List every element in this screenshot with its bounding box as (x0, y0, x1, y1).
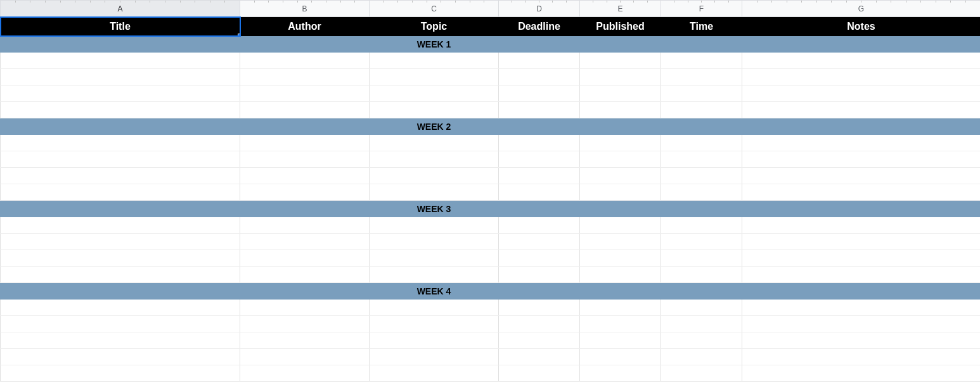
data-cell[interactable] (580, 365, 661, 382)
data-cell[interactable] (580, 69, 661, 85)
week-cell[interactable] (742, 201, 981, 217)
data-cell[interactable] (1, 217, 240, 234)
data-cell[interactable] (499, 300, 580, 316)
data-cell[interactable] (240, 102, 370, 118)
data-cell[interactable] (499, 250, 580, 267)
data-cell[interactable] (240, 300, 370, 316)
data-cell[interactable] (1, 168, 240, 184)
data-cell[interactable] (580, 332, 661, 349)
week-cell[interactable] (499, 118, 580, 135)
data-cell[interactable] (499, 267, 580, 283)
data-cell[interactable] (370, 316, 499, 332)
data-cell[interactable] (370, 332, 499, 349)
week-cell[interactable] (580, 283, 661, 300)
data-cell[interactable] (240, 316, 370, 332)
header-cell-f[interactable]: Time (661, 17, 742, 36)
data-cell[interactable] (580, 135, 661, 151)
data-cell[interactable] (499, 217, 580, 234)
data-cell[interactable] (580, 316, 661, 332)
week-cell[interactable] (1, 201, 240, 217)
data-cell[interactable] (499, 168, 580, 184)
data-cell[interactable] (661, 168, 742, 184)
data-cell[interactable] (499, 316, 580, 332)
data-cell[interactable] (499, 184, 580, 201)
data-cell[interactable] (370, 267, 499, 283)
data-cell[interactable] (580, 250, 661, 267)
data-cell[interactable] (240, 365, 370, 382)
week-cell[interactable]: WEEK 2 (370, 118, 499, 135)
week-cell[interactable] (499, 36, 580, 53)
data-cell[interactable] (370, 151, 499, 168)
week-cell[interactable] (661, 36, 742, 53)
data-cell[interactable] (499, 85, 580, 102)
selection-handle[interactable] (238, 34, 240, 36)
data-cell[interactable] (1, 102, 240, 118)
data-cell[interactable] (580, 151, 661, 168)
column-header-A[interactable]: A (1, 1, 240, 17)
week-cell[interactable]: WEEK 3 (370, 201, 499, 217)
week-cell[interactable] (1, 118, 240, 135)
week-cell[interactable]: WEEK 1 (370, 36, 499, 53)
data-cell[interactable] (742, 316, 981, 332)
data-cell[interactable] (742, 267, 981, 283)
data-cell[interactable] (1, 135, 240, 151)
data-cell[interactable] (661, 300, 742, 316)
data-cell[interactable] (240, 349, 370, 365)
data-cell[interactable] (580, 53, 661, 69)
column-header-G[interactable]: G (742, 1, 981, 17)
data-cell[interactable] (1, 85, 240, 102)
data-cell[interactable] (1, 365, 240, 382)
data-cell[interactable] (742, 300, 981, 316)
data-cell[interactable] (240, 267, 370, 283)
data-cell[interactable] (240, 184, 370, 201)
data-cell[interactable] (240, 234, 370, 250)
data-cell[interactable] (499, 365, 580, 382)
data-cell[interactable] (370, 234, 499, 250)
header-cell-d[interactable]: Deadline (499, 17, 580, 36)
data-cell[interactable] (370, 365, 499, 382)
week-cell[interactable] (240, 36, 370, 53)
data-cell[interactable] (580, 168, 661, 184)
data-cell[interactable] (661, 53, 742, 69)
week-cell[interactable] (661, 283, 742, 300)
header-cell-e[interactable]: Published (580, 17, 661, 36)
week-cell[interactable] (661, 201, 742, 217)
data-cell[interactable] (370, 168, 499, 184)
data-cell[interactable] (661, 102, 742, 118)
week-cell[interactable] (499, 201, 580, 217)
header-cell-a[interactable]: Title (1, 17, 240, 36)
data-cell[interactable] (661, 267, 742, 283)
week-cell[interactable] (240, 201, 370, 217)
data-cell[interactable] (742, 69, 981, 85)
data-cell[interactable] (1, 234, 240, 250)
data-cell[interactable] (661, 69, 742, 85)
week-cell[interactable] (742, 36, 981, 53)
week-cell[interactable] (580, 118, 661, 135)
data-cell[interactable] (240, 85, 370, 102)
data-cell[interactable] (240, 53, 370, 69)
data-cell[interactable] (370, 184, 499, 201)
data-cell[interactable] (580, 102, 661, 118)
week-cell[interactable] (240, 118, 370, 135)
data-cell[interactable] (661, 349, 742, 365)
header-cell-c[interactable]: Topic (370, 17, 499, 36)
data-cell[interactable] (370, 217, 499, 234)
data-cell[interactable] (240, 69, 370, 85)
column-header-E[interactable]: E (580, 1, 661, 17)
data-cell[interactable] (240, 168, 370, 184)
week-cell[interactable] (742, 118, 981, 135)
data-cell[interactable] (661, 135, 742, 151)
data-cell[interactable] (240, 217, 370, 234)
week-cell[interactable] (580, 201, 661, 217)
data-cell[interactable] (742, 53, 981, 69)
data-cell[interactable] (661, 184, 742, 201)
data-cell[interactable] (240, 151, 370, 168)
data-cell[interactable] (661, 365, 742, 382)
data-cell[interactable] (370, 250, 499, 267)
week-cell[interactable]: WEEK 4 (370, 283, 499, 300)
data-cell[interactable] (240, 332, 370, 349)
column-header-D[interactable]: D (499, 1, 580, 17)
data-cell[interactable] (1, 316, 240, 332)
data-cell[interactable] (742, 349, 981, 365)
data-cell[interactable] (1, 300, 240, 316)
